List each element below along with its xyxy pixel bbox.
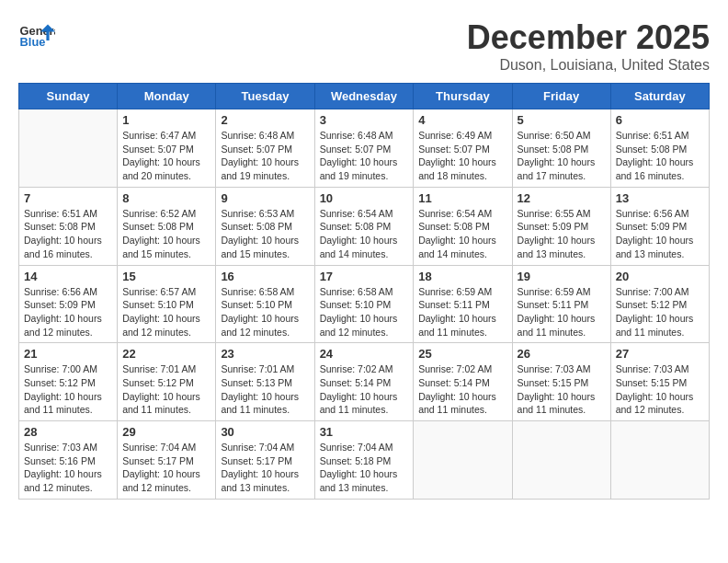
location: Duson, Louisiana, United States <box>467 57 710 74</box>
day-number: 31 <box>320 425 409 439</box>
calendar-cell: 3Sunrise: 6:48 AM Sunset: 5:07 PM Daylig… <box>314 109 414 188</box>
calendar-cell: 17Sunrise: 6:58 AM Sunset: 5:10 PM Dayli… <box>314 265 414 343</box>
calendar-cell: 7Sunrise: 6:51 AM Sunset: 5:08 PM Daylig… <box>19 187 118 265</box>
weekday-header: Friday <box>512 84 610 109</box>
calendar-cell: 23Sunrise: 7:01 AM Sunset: 5:13 PM Dayli… <box>216 343 314 421</box>
day-info: Sunrise: 6:50 AM Sunset: 5:08 PM Dayligh… <box>518 129 606 183</box>
calendar-cell: 12Sunrise: 6:55 AM Sunset: 5:09 PM Dayli… <box>512 187 610 265</box>
day-info: Sunrise: 6:52 AM Sunset: 5:08 PM Dayligh… <box>122 207 210 261</box>
calendar-week-row: 7Sunrise: 6:51 AM Sunset: 5:08 PM Daylig… <box>19 187 710 265</box>
day-number: 15 <box>122 270 210 283</box>
day-info: Sunrise: 7:01 AM Sunset: 5:12 PM Dayligh… <box>122 362 210 417</box>
day-info: Sunrise: 6:53 AM Sunset: 5:08 PM Dayligh… <box>221 207 309 261</box>
calendar-cell: 4Sunrise: 6:49 AM Sunset: 5:07 PM Daylig… <box>414 109 512 188</box>
day-number: 17 <box>320 270 409 283</box>
day-info: Sunrise: 6:59 AM Sunset: 5:11 PM Dayligh… <box>418 285 506 339</box>
day-info: Sunrise: 6:47 AM Sunset: 5:07 PM Dayligh… <box>122 129 210 183</box>
day-number: 25 <box>418 347 506 361</box>
calendar-cell <box>414 421 512 500</box>
day-number: 13 <box>616 191 704 205</box>
calendar-cell: 21Sunrise: 7:00 AM Sunset: 5:12 PM Dayli… <box>19 343 118 421</box>
title-section: December 2025 Duson, Louisiana, United S… <box>467 18 710 74</box>
calendar-week-row: 21Sunrise: 7:00 AM Sunset: 5:12 PM Dayli… <box>19 343 710 421</box>
day-number: 24 <box>320 347 409 361</box>
day-number: 29 <box>122 425 210 439</box>
day-number: 11 <box>418 191 506 205</box>
day-info: Sunrise: 6:58 AM Sunset: 5:10 PM Dayligh… <box>320 285 409 339</box>
svg-text:Blue: Blue <box>20 35 46 49</box>
day-number: 8 <box>122 191 210 205</box>
day-number: 19 <box>518 270 606 283</box>
calendar-cell <box>610 421 709 500</box>
calendar-week-row: 1Sunrise: 6:47 AM Sunset: 5:07 PM Daylig… <box>19 109 710 188</box>
calendar-week-row: 28Sunrise: 7:03 AM Sunset: 5:16 PM Dayli… <box>19 421 710 500</box>
day-number: 7 <box>24 191 112 205</box>
calendar-cell <box>19 109 118 188</box>
page-header: General Blue December 2025 Duson, Louisi… <box>18 18 710 74</box>
day-number: 18 <box>418 270 506 283</box>
day-info: Sunrise: 6:51 AM Sunset: 5:08 PM Dayligh… <box>24 207 112 261</box>
day-info: Sunrise: 6:58 AM Sunset: 5:10 PM Dayligh… <box>221 285 309 339</box>
day-number: 21 <box>24 347 112 361</box>
day-number: 10 <box>320 191 409 205</box>
calendar-cell <box>512 421 610 500</box>
logo: General Blue <box>18 18 59 55</box>
calendar-cell: 25Sunrise: 7:02 AM Sunset: 5:14 PM Dayli… <box>414 343 512 421</box>
day-info: Sunrise: 6:54 AM Sunset: 5:08 PM Dayligh… <box>320 207 409 261</box>
month-title: December 2025 <box>467 18 710 57</box>
calendar-cell: 9Sunrise: 6:53 AM Sunset: 5:08 PM Daylig… <box>216 187 314 265</box>
day-info: Sunrise: 7:04 AM Sunset: 5:17 PM Dayligh… <box>221 441 309 495</box>
day-number: 16 <box>221 270 309 283</box>
day-number: 2 <box>221 113 309 127</box>
weekday-header: Tuesday <box>216 84 314 109</box>
calendar-cell: 13Sunrise: 6:56 AM Sunset: 5:09 PM Dayli… <box>610 187 709 265</box>
day-info: Sunrise: 6:59 AM Sunset: 5:11 PM Dayligh… <box>518 285 606 339</box>
day-number: 5 <box>518 113 606 127</box>
day-info: Sunrise: 7:02 AM Sunset: 5:14 PM Dayligh… <box>418 362 506 417</box>
day-info: Sunrise: 6:51 AM Sunset: 5:08 PM Dayligh… <box>616 129 704 183</box>
calendar-cell: 14Sunrise: 6:56 AM Sunset: 5:09 PM Dayli… <box>19 265 118 343</box>
day-number: 14 <box>24 270 112 283</box>
day-info: Sunrise: 6:54 AM Sunset: 5:08 PM Dayligh… <box>418 207 506 261</box>
calendar-cell: 1Sunrise: 6:47 AM Sunset: 5:07 PM Daylig… <box>118 109 216 188</box>
day-number: 6 <box>616 113 704 127</box>
weekday-header: Wednesday <box>314 84 414 109</box>
calendar-cell: 18Sunrise: 6:59 AM Sunset: 5:11 PM Dayli… <box>414 265 512 343</box>
day-number: 12 <box>518 191 606 205</box>
weekday-header: Thursday <box>414 84 512 109</box>
day-number: 26 <box>518 347 606 361</box>
day-info: Sunrise: 7:03 AM Sunset: 5:15 PM Dayligh… <box>518 362 606 417</box>
calendar-cell: 16Sunrise: 6:58 AM Sunset: 5:10 PM Dayli… <box>216 265 314 343</box>
day-number: 30 <box>221 425 309 439</box>
calendar-cell: 31Sunrise: 7:04 AM Sunset: 5:18 PM Dayli… <box>314 421 414 500</box>
weekday-header: Saturday <box>610 84 709 109</box>
day-number: 9 <box>221 191 309 205</box>
calendar-cell: 30Sunrise: 7:04 AM Sunset: 5:17 PM Dayli… <box>216 421 314 500</box>
day-info: Sunrise: 7:00 AM Sunset: 5:12 PM Dayligh… <box>616 285 704 339</box>
day-info: Sunrise: 6:49 AM Sunset: 5:07 PM Dayligh… <box>418 129 506 183</box>
calendar-cell: 11Sunrise: 6:54 AM Sunset: 5:08 PM Dayli… <box>414 187 512 265</box>
day-number: 22 <box>122 347 210 361</box>
day-number: 1 <box>122 113 210 127</box>
calendar-cell: 15Sunrise: 6:57 AM Sunset: 5:10 PM Dayli… <box>118 265 216 343</box>
calendar-cell: 5Sunrise: 6:50 AM Sunset: 5:08 PM Daylig… <box>512 109 610 188</box>
day-number: 28 <box>24 425 112 439</box>
day-info: Sunrise: 7:03 AM Sunset: 5:16 PM Dayligh… <box>24 441 112 495</box>
day-info: Sunrise: 7:02 AM Sunset: 5:14 PM Dayligh… <box>320 362 409 417</box>
day-info: Sunrise: 7:03 AM Sunset: 5:15 PM Dayligh… <box>616 362 704 417</box>
day-info: Sunrise: 6:48 AM Sunset: 5:07 PM Dayligh… <box>221 129 309 183</box>
day-info: Sunrise: 7:01 AM Sunset: 5:13 PM Dayligh… <box>221 362 309 417</box>
calendar-cell: 29Sunrise: 7:04 AM Sunset: 5:17 PM Dayli… <box>118 421 216 500</box>
day-info: Sunrise: 6:57 AM Sunset: 5:10 PM Dayligh… <box>122 285 210 339</box>
weekday-header: Monday <box>118 84 216 109</box>
calendar-cell: 28Sunrise: 7:03 AM Sunset: 5:16 PM Dayli… <box>19 421 118 500</box>
day-number: 27 <box>616 347 704 361</box>
calendar-week-row: 14Sunrise: 6:56 AM Sunset: 5:09 PM Dayli… <box>19 265 710 343</box>
calendar-table: SundayMondayTuesdayWednesdayThursdayFrid… <box>18 83 710 500</box>
calendar-cell: 19Sunrise: 6:59 AM Sunset: 5:11 PM Dayli… <box>512 265 610 343</box>
day-info: Sunrise: 7:04 AM Sunset: 5:17 PM Dayligh… <box>122 441 210 495</box>
day-info: Sunrise: 6:56 AM Sunset: 5:09 PM Dayligh… <box>24 285 112 339</box>
calendar-cell: 10Sunrise: 6:54 AM Sunset: 5:08 PM Dayli… <box>314 187 414 265</box>
day-number: 4 <box>418 113 506 127</box>
calendar-cell: 20Sunrise: 7:00 AM Sunset: 5:12 PM Dayli… <box>610 265 709 343</box>
